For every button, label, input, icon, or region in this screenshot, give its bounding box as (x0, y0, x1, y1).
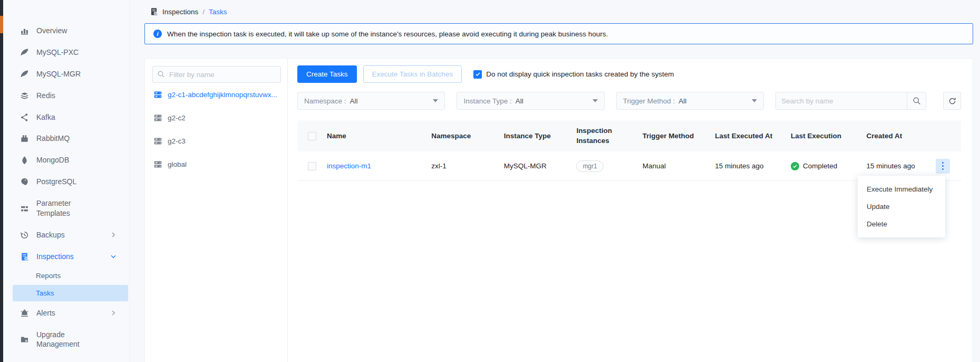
sidebar-item-tasks[interactable]: Tasks (13, 285, 128, 301)
row-checkbox[interactable] (308, 162, 316, 170)
main-area: Inspections / Tasks i When the inspectio… (130, 0, 980, 362)
cell-last-executed-at: 15 minutes ago (715, 162, 791, 170)
column-header-inspection-instances: Inspection Instances (576, 126, 625, 146)
column-header-last-executed-at: Last Executed At (715, 132, 791, 140)
sidebar-item-label: Overview (36, 26, 67, 36)
select-all-checkbox[interactable] (308, 132, 316, 140)
column-header-instance-type: Instance Type (504, 132, 577, 140)
content-card: g2-c1-abcdefghijklmnopqrstuvwx... g2-c2 … (144, 58, 973, 362)
info-banner: i When the inspection task is executed, … (144, 23, 973, 44)
server-icon (153, 137, 162, 146)
hide-system-tasks-checkbox[interactable] (473, 70, 482, 79)
breadcrumb: Inspections / Tasks (144, 0, 973, 23)
sidebar-item-mongodb[interactable]: MongoDB (3, 149, 129, 171)
search-input[interactable] (776, 92, 907, 109)
caret-down-icon (752, 99, 757, 102)
search-icon (157, 70, 165, 80)
folder-gear-icon (20, 335, 29, 344)
rabbit-icon (20, 134, 29, 143)
cell-trigger-method: Manual (643, 162, 715, 170)
breadcrumb-current[interactable]: Tasks (209, 8, 227, 16)
toolbar: Create Tasks Execute Tasks in Batches Do… (297, 65, 961, 83)
sidebar-item-redis[interactable]: Redis (3, 85, 129, 107)
sidebar-item-inspections[interactable]: Inspections (3, 246, 129, 268)
hide-system-tasks-label: Do not display quick inspection tasks cr… (486, 70, 674, 78)
sidebar-item-parameter-templates[interactable]: Parameter Templates (3, 193, 129, 224)
breadcrumb-separator: / (202, 8, 205, 16)
sidebar: Overview MySQL-PXC MySQL-MGR Redis Kafka… (3, 0, 130, 362)
sidebar-item-alerts[interactable]: Alerts (3, 302, 129, 324)
sidebar-item-rabbitmq[interactable]: RabbitMQ (3, 128, 129, 149)
sidebar-item-label: PostgreSQL (36, 177, 76, 187)
alarm-bell-icon (20, 309, 29, 318)
sidebar-item-label: MySQL-MGR (36, 69, 81, 79)
instance-type-select-label: Instance Type : (463, 97, 511, 105)
column-header-created-at: Created At (867, 132, 936, 140)
task-name-link[interactable]: inspection-m1 (327, 162, 371, 170)
sliders-icon (20, 204, 29, 213)
menu-item-execute-immediately[interactable]: Execute Immediately (858, 180, 945, 198)
row-more-actions-button[interactable] (936, 159, 950, 174)
server-icon (153, 160, 162, 169)
success-check-icon (791, 162, 799, 170)
chevron-right-icon (110, 232, 117, 238)
cell-created-at: 15 minutes ago (867, 162, 936, 170)
elephant-icon (20, 177, 29, 186)
sidebar-item-label: Parameter Templates (36, 198, 106, 218)
dolphin-icon (20, 70, 29, 79)
namespace-select-label: Namespace : (304, 97, 346, 105)
cluster-item-label: g2-c3 (168, 137, 186, 145)
menu-item-update[interactable]: Update (858, 198, 945, 215)
server-icon (153, 90, 162, 99)
trigger-method-select[interactable]: Trigger Method : All (616, 92, 764, 110)
backup-clock-icon (20, 231, 29, 240)
info-icon: i (153, 30, 162, 38)
instance-type-select[interactable]: Instance Type : All (457, 92, 604, 110)
dolphin-icon (20, 48, 29, 57)
sidebar-item-label: MySQL-PXC (36, 47, 79, 58)
chevron-down-icon (110, 253, 117, 260)
cluster-filter-input[interactable] (152, 66, 281, 83)
layers-icon (20, 91, 29, 100)
sidebar-item-mysql-mgr[interactable]: MySQL-MGR (3, 63, 129, 85)
leaf-icon (20, 156, 29, 165)
sidebar-item-kafka[interactable]: Kafka (3, 107, 129, 128)
create-tasks-button[interactable]: Create Tasks (297, 65, 357, 83)
cluster-item-global[interactable]: global (149, 153, 281, 176)
status-text: Completed (803, 162, 837, 170)
cluster-item-label: global (168, 160, 187, 168)
sidebar-item-mysql-pxc[interactable]: MySQL-PXC (3, 42, 129, 63)
refresh-button[interactable] (943, 92, 961, 110)
sidebar-item-label: Upgrade Management (36, 330, 106, 350)
menu-item-delete[interactable]: Delete (858, 215, 945, 233)
cell-namespace: zxl-1 (431, 162, 504, 170)
namespace-select-value: All (350, 97, 358, 105)
sidebar-item-label: Reports (36, 272, 61, 280)
status-badge: Completed (791, 162, 861, 170)
sidebar-item-upgrade-management[interactable]: Upgrade Management (3, 324, 129, 356)
cluster-item-label: g2-c1-abcdefghijklmnopqrstuvwx... (168, 91, 277, 99)
sidebar-item-label: Kafka (36, 112, 55, 122)
caret-down-icon (593, 99, 598, 102)
cluster-item-g2-c2[interactable]: g2-c2 (149, 106, 281, 129)
execute-batches-button[interactable]: Execute Tasks in Batches (363, 65, 462, 83)
sidebar-item-label: Inspections (36, 252, 74, 262)
column-header-trigger-method: Trigger Method (643, 132, 715, 140)
chevron-right-icon (110, 310, 117, 316)
cluster-item-g2-c1[interactable]: g2-c1-abcdefghijklmnopqrstuvwx... (149, 83, 281, 106)
cluster-item-g2-c3[interactable]: g2-c3 (149, 129, 281, 153)
namespace-select[interactable]: Namespace : All (297, 92, 445, 110)
sidebar-item-backups[interactable]: Backups (3, 224, 129, 246)
trigger-method-select-value: All (678, 97, 686, 105)
sidebar-item-label: MongoDB (36, 155, 69, 165)
cell-instance-type: MySQL-MGR (504, 162, 577, 170)
sidebar-item-reports[interactable]: Reports (3, 268, 129, 284)
breadcrumb-section[interactable]: Inspections (162, 8, 198, 16)
instance-type-select-value: All (516, 97, 523, 105)
sidebar-item-overview[interactable]: Overview (3, 20, 129, 42)
cluster-list-panel: g2-c1-abcdefghijklmnopqrstuvwx... g2-c2 … (145, 59, 288, 362)
info-banner-text: When the inspection task is executed, it… (167, 30, 608, 38)
sidebar-item-postgresql[interactable]: PostgreSQL (3, 171, 129, 193)
search-button[interactable] (907, 92, 926, 109)
column-header-name: Name (327, 132, 431, 140)
